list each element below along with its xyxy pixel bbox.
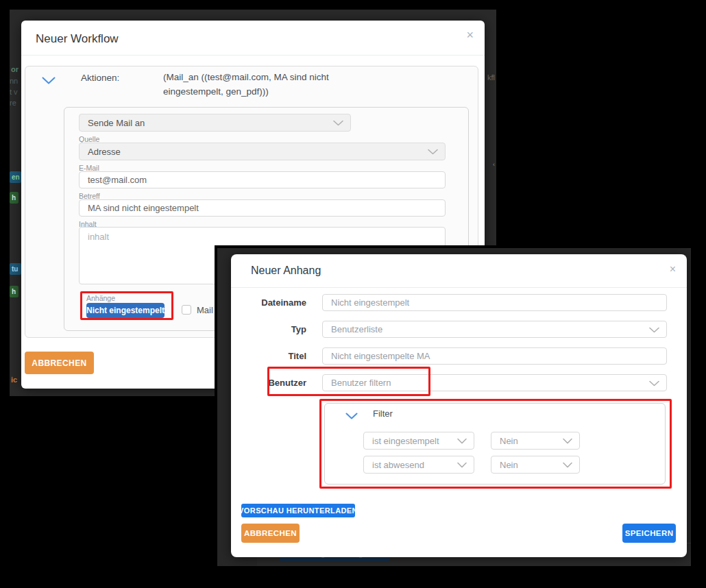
filter-value-select[interactable]: Nein: [491, 432, 580, 450]
titel-label: Titel: [231, 351, 306, 361]
betreff-input[interactable]: MA sind nicht eingestempelt: [79, 199, 446, 217]
benutzer-select-value: Benutzer filtern: [331, 378, 391, 388]
filter-field-select[interactable]: ist abwesend: [363, 456, 474, 474]
anhaenge-label: Anhänge: [86, 294, 115, 302]
background-button-fragment: tu: [10, 263, 21, 275]
dateiname-input[interactable]: Nicht eingestempelt: [322, 294, 667, 311]
chevron-down-icon: [333, 118, 343, 128]
background-text-fragment: kfl: [487, 73, 495, 82]
filter-field-select-value: ist eingestempelt: [372, 436, 439, 446]
titel-input-value: Nicht eingestempelte MA: [331, 351, 430, 361]
abbrechen-button[interactable]: ABBRECHEN: [241, 524, 300, 543]
aktionen-value: (Mail_an ((test@mail.com, MA sind nicht …: [163, 70, 329, 99]
background-text-fragment: or: [11, 64, 19, 74]
background-text-fragment: ic: [11, 375, 17, 384]
filter-field-select-value: ist abwesend: [372, 460, 424, 470]
filter-field-select[interactable]: ist eingestempelt: [363, 432, 474, 450]
quelle-select-value: Adresse: [88, 147, 121, 157]
abbrechen-button[interactable]: ABBRECHEN: [25, 352, 94, 374]
background-text-fragment: t v: [10, 87, 18, 97]
anhang-modal: Neuer Anhang × Dateiname Nicht eingestem…: [231, 254, 687, 557]
chevron-down-icon: [428, 147, 438, 157]
aktionen-label: Aktionen:: [81, 73, 119, 83]
chevron-down-icon: [649, 378, 659, 388]
background-text-fragment: nn: [10, 76, 18, 86]
background-text-fragment: re: [10, 98, 16, 108]
aktionen-value-line1: (Mail_an ((test@mail.com, MA sind nicht: [163, 70, 329, 84]
chevron-down-icon: [563, 460, 572, 470]
email-input-value: test@mail.com: [88, 175, 147, 185]
betreff-input-value: MA sind nicht eingestempelt: [88, 203, 199, 213]
filter-panel: Filter ist eingestempelt Nein ist abwese…: [324, 403, 666, 485]
vorschau-herunterladen-button[interactable]: VORSCHAU HERUNTERLADEN: [241, 504, 355, 517]
chevron-down-icon: [563, 436, 572, 446]
attachment-chip[interactable]: Nicht eingestempelt: [86, 303, 165, 318]
dateiname-label: Dateiname: [231, 297, 306, 308]
benutzer-select[interactable]: Benutzer filtern: [322, 374, 667, 391]
filter-value-select-value: Nein: [500, 460, 518, 470]
chevron-down-icon[interactable]: [42, 75, 56, 87]
filter-value-select[interactable]: Nein: [491, 456, 580, 474]
inhalt-placeholder: inhalt: [88, 232, 109, 242]
typ-select-value: Benutzerliste: [331, 324, 382, 334]
background-button-fragment: h: [10, 286, 19, 297]
action-type-select-value: Sende Mail an: [88, 118, 145, 128]
background-button-fragment: h: [10, 192, 19, 204]
benutzer-label: Benutzer: [231, 378, 306, 388]
anhang-modal-title: Neuer Anhang: [251, 265, 321, 277]
background-text-fragment: ‹: [493, 160, 495, 169]
mail-checkbox[interactable]: [182, 305, 191, 315]
chevron-down-icon: [649, 324, 659, 334]
anhang-screenshot-region: Anhänge hinzufügen Neuer Anhang × Datein…: [215, 245, 694, 569]
header-divider: [21, 55, 485, 56]
chevron-down-icon: [457, 436, 467, 446]
speichern-button[interactable]: SPEICHERN: [622, 524, 676, 543]
chevron-down-icon: [457, 460, 467, 470]
titel-input[interactable]: Nicht eingestempelte MA: [322, 347, 667, 365]
filter-label: Filter: [373, 408, 393, 419]
chevron-down-icon[interactable]: [345, 410, 358, 422]
close-icon[interactable]: ×: [670, 263, 676, 275]
email-input[interactable]: test@mail.com: [79, 171, 446, 188]
action-type-select[interactable]: Sende Mail an: [79, 114, 351, 132]
typ-label: Typ: [231, 324, 306, 334]
background-button-fragment: en: [10, 171, 21, 183]
filter-value-select-value: Nein: [500, 436, 518, 446]
header-divider: [231, 287, 687, 288]
dateiname-input-value: Nicht eingestempelt: [331, 297, 409, 308]
workflow-modal-title: Neuer Workflow: [36, 32, 119, 46]
typ-select[interactable]: Benutzerliste: [322, 321, 667, 338]
close-icon[interactable]: ×: [466, 29, 474, 41]
desktop-background: or nn t v re en h tu h ic kfl ‹ Neuer Wo…: [0, 0, 706, 588]
aktionen-value-line2: eingestempelt, gen_pdf))): [163, 84, 329, 99]
quelle-select[interactable]: Adresse: [79, 143, 446, 160]
